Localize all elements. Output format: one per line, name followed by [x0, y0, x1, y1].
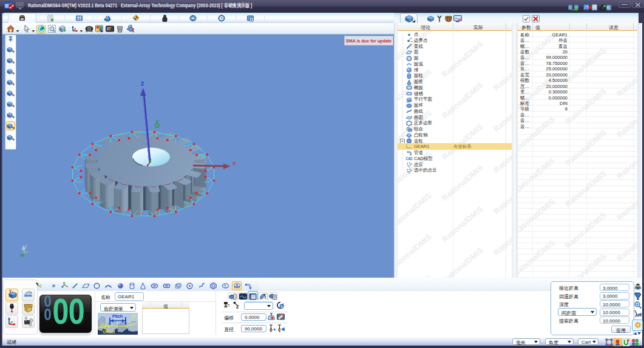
svg-text:CAD: CAD	[406, 157, 413, 161]
svg-text:T: T	[228, 304, 230, 307]
svg-text:Y: Y	[155, 119, 159, 124]
svg-text:T: T	[109, 27, 112, 31]
svg-text:25: 25	[584, 5, 589, 9]
svg-text:X: X	[232, 161, 236, 166]
svg-text:D: D	[132, 313, 135, 319]
svg-text:Z: Z	[141, 81, 144, 87]
svg-text:Offset: Offset	[103, 330, 115, 334]
svg-text:b: b	[280, 304, 283, 309]
svg-text:Y: Y	[25, 250, 28, 254]
svg-text:Z: Z	[24, 244, 27, 249]
svg-text:Pitch: Pitch	[112, 314, 123, 318]
